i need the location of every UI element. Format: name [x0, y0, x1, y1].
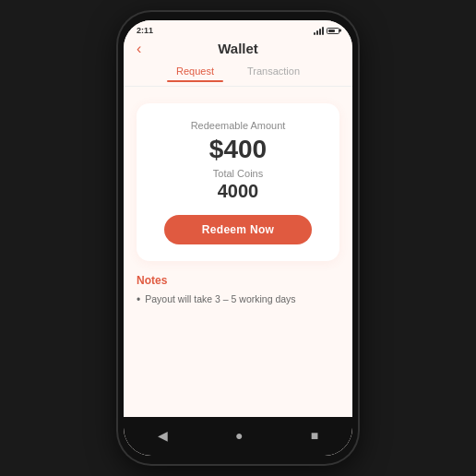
notes-title: Notes [137, 274, 339, 287]
bottom-nav: ◀ ● ■ [124, 417, 352, 456]
header: ‹ Wallet [124, 37, 352, 56]
nav-home-button[interactable]: ● [226, 424, 252, 446]
status-icons [314, 27, 339, 35]
status-bar: 2:11 [124, 20, 352, 37]
main-content: Redeemable Amount $400 Total Coins 4000 … [124, 87, 352, 417]
nav-back-button[interactable]: ◀ [149, 424, 177, 446]
coins-label: Total Coins [149, 168, 327, 179]
redeemable-amount: $400 [149, 135, 327, 164]
phone-screen: 2:11 ‹ Wallet Request [124, 20, 352, 456]
battery-fill [328, 30, 335, 32]
notes-text: Payout will take 3 – 5 working days [145, 292, 295, 307]
nav-recent-button[interactable]: ■ [302, 424, 327, 446]
tab-bar: Request Transaction [124, 56, 352, 80]
phone-frame: 2:11 ‹ Wallet Request [118, 12, 358, 464]
redeem-button[interactable]: Redeem Now [164, 215, 312, 244]
notes-item: • Payout will take 3 – 5 working days [137, 292, 339, 308]
status-time: 2:11 [137, 26, 153, 35]
tab-request[interactable]: Request [160, 62, 231, 80]
coins-value: 4000 [149, 181, 327, 202]
battery-icon [327, 28, 339, 34]
page-title: Wallet [218, 41, 258, 56]
bullet-icon: • [137, 292, 140, 308]
redeemable-label: Redeemable Amount [149, 120, 327, 131]
balance-card: Redeemable Amount $400 Total Coins 4000 … [137, 103, 339, 261]
tab-transaction[interactable]: Transaction [231, 62, 316, 80]
back-button[interactable]: ‹ [137, 41, 141, 57]
signal-icon [314, 27, 324, 35]
notes-section: Notes • Payout will take 3 – 5 working d… [137, 274, 339, 308]
